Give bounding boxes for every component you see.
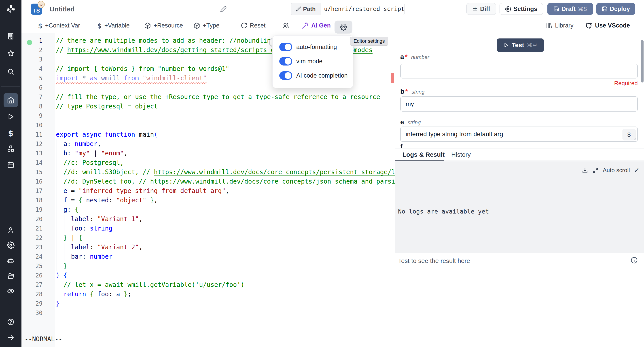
add-context-var-button[interactable]: $ +Context Var bbox=[38, 18, 80, 33]
dollar-icon: $ bbox=[38, 22, 42, 30]
left-sidebar: $ bbox=[0, 0, 22, 347]
help-icon[interactable] bbox=[7, 318, 14, 326]
vim-mode-toggle[interactable] bbox=[279, 57, 292, 66]
code-line[interactable]: } bbox=[56, 299, 60, 308]
connection-status-dot bbox=[27, 40, 32, 45]
code-line[interactable]: // fill the type, or use the +Resource t… bbox=[56, 92, 380, 102]
info-icon[interactable] bbox=[630, 256, 638, 264]
use-vscode-button[interactable]: Use VScode bbox=[585, 18, 630, 33]
add-type-button[interactable]: +Type bbox=[194, 18, 219, 33]
pane-divider[interactable] bbox=[395, 33, 395, 347]
resources-cubes-icon[interactable] bbox=[7, 145, 14, 152]
folders-icon[interactable] bbox=[7, 272, 14, 280]
github-octocat-icon bbox=[585, 22, 592, 29]
download-logs-icon[interactable] bbox=[582, 167, 588, 174]
favorites-star-icon[interactable] bbox=[7, 50, 14, 57]
field-b-label: b* string bbox=[400, 88, 425, 95]
code-line[interactable]: f = { nested: "object" }, bbox=[56, 196, 158, 205]
audit-eye-icon[interactable] bbox=[7, 287, 14, 295]
settings-button[interactable]: Settings bbox=[500, 3, 543, 15]
code-line[interactable]: export async function main( bbox=[56, 130, 158, 139]
code-line[interactable]: } | { bbox=[56, 233, 82, 242]
home-icon[interactable] bbox=[7, 96, 14, 104]
code-line[interactable]: bar: number bbox=[56, 252, 112, 261]
error-overview-mark bbox=[391, 73, 394, 83]
path-label: Path bbox=[303, 6, 316, 12]
vim-mode-label: vim mode bbox=[296, 58, 322, 65]
path-value[interactable]: u/henri/restored_script bbox=[321, 3, 404, 15]
ai-gen-button[interactable]: AI Gen bbox=[302, 18, 331, 33]
field-f-label-clipped: f bbox=[400, 143, 402, 148]
code-line[interactable]: //d: DynSelect_foo, // https://www.windm… bbox=[56, 177, 395, 186]
code-line[interactable]: e = "inferred type string from default a… bbox=[56, 186, 229, 196]
reset-button[interactable]: Reset bbox=[240, 18, 266, 33]
field-b-input[interactable]: my bbox=[400, 96, 638, 112]
draft-button[interactable]: Draft ⌘S bbox=[548, 3, 593, 15]
code-line[interactable]: //d: wmill.S3Object, // https://www.wind… bbox=[56, 168, 395, 177]
windmill-script-editor: $ TS Untitle bbox=[0, 0, 644, 347]
windmill-logo-icon[interactable] bbox=[6, 4, 16, 15]
package-icon bbox=[144, 22, 151, 29]
code-line[interactable]: // import { toWords } from "number-to-wo… bbox=[56, 64, 229, 74]
editor-settings-popup: auto-formatting vim mode AI code complet… bbox=[272, 35, 353, 88]
library-icon bbox=[546, 22, 552, 29]
editor-toolbar: $ +Context Var $ +Variable +Resource +Ty… bbox=[22, 18, 644, 33]
code-line[interactable]: ) { bbox=[56, 271, 67, 280]
runs-play-icon[interactable] bbox=[7, 113, 14, 120]
panel-scrollbar-thumb[interactable] bbox=[641, 40, 644, 82]
code-line[interactable]: g: { bbox=[56, 205, 78, 214]
multiplayer-users-icon bbox=[282, 18, 290, 33]
save-floppy-icon bbox=[554, 6, 559, 12]
tab-history[interactable]: History bbox=[451, 151, 471, 158]
search-icon[interactable] bbox=[7, 68, 14, 75]
play-icon bbox=[503, 42, 509, 48]
auto-scroll-check-icon[interactable]: ✓ bbox=[634, 166, 640, 174]
tab-logs-result[interactable]: Logs & Result bbox=[402, 151, 444, 158]
resize-grip-icon[interactable] bbox=[633, 137, 636, 141]
schedules-calendar-icon[interactable] bbox=[7, 161, 14, 168]
path-edit-button[interactable]: Path bbox=[291, 3, 321, 15]
plus-minus-icon: ± bbox=[472, 6, 478, 12]
code-line[interactable]: label: "Variant 2", bbox=[56, 242, 143, 252]
auto-scroll-label[interactable]: Auto scroll bbox=[603, 167, 630, 174]
sidebar-divider bbox=[1, 86, 20, 86]
library-button[interactable]: Library bbox=[546, 18, 574, 33]
magic-wand-icon bbox=[302, 22, 308, 29]
workers-robot-icon[interactable] bbox=[7, 257, 14, 264]
code-line[interactable]: import * as wmill from "windmill-client" bbox=[56, 74, 206, 83]
add-resource-button[interactable]: +Resource bbox=[144, 18, 183, 33]
field-a-input[interactable] bbox=[400, 64, 638, 78]
code-line[interactable]: a: number, bbox=[56, 139, 101, 149]
code-line[interactable]: // let x = await wmill.getVariable('u/us… bbox=[56, 280, 244, 290]
package-icon bbox=[194, 22, 200, 29]
diff-button[interactable]: ± Diff bbox=[466, 3, 496, 15]
edit-title-pencil-icon[interactable] bbox=[220, 6, 227, 12]
expand-sidebar-arrow-icon[interactable] bbox=[7, 334, 14, 342]
ai-code-completion-toggle[interactable] bbox=[279, 71, 292, 80]
code-line[interactable]: // type Postgresql = object bbox=[56, 102, 158, 111]
test-shortcut: ⌘↵ bbox=[527, 42, 538, 48]
code-line[interactable]: return { foo: a }; bbox=[56, 290, 131, 299]
code-line[interactable]: b: "my" | "enum", bbox=[56, 149, 128, 158]
field-e-input[interactable]: inferred type string from default arg $ bbox=[400, 126, 638, 142]
code-line[interactable]: label: "Variant 1", bbox=[56, 214, 143, 224]
field-a-label: a* number bbox=[400, 53, 429, 60]
script-title: Untitled bbox=[50, 5, 75, 13]
code-line[interactable]: //c: Postgresql, bbox=[56, 158, 124, 168]
path-input-group[interactable]: Path u/henri/restored_script bbox=[291, 3, 405, 15]
variables-dollar-icon[interactable]: $ bbox=[8, 129, 14, 138]
panel-divider bbox=[395, 148, 644, 148]
test-run-button[interactable]: Test ⌘↵ bbox=[497, 38, 544, 52]
users-person-icon[interactable] bbox=[7, 226, 14, 234]
add-variable-button[interactable]: $ +Variable bbox=[97, 18, 130, 33]
settings-gear-icon[interactable] bbox=[7, 242, 14, 249]
code-line[interactable]: foo: string bbox=[56, 224, 112, 233]
editor-settings-gear-button[interactable] bbox=[334, 20, 352, 34]
workspace-building-icon[interactable] bbox=[7, 32, 14, 40]
field-a-required-error: Required bbox=[614, 80, 638, 87]
deploy-button[interactable]: Deploy bbox=[596, 3, 635, 15]
field-e-label: e string bbox=[400, 118, 420, 126]
expand-logs-icon[interactable] bbox=[592, 167, 598, 174]
auto-formatting-toggle[interactable] bbox=[279, 43, 292, 51]
code-line[interactable]: } bbox=[56, 261, 67, 271]
